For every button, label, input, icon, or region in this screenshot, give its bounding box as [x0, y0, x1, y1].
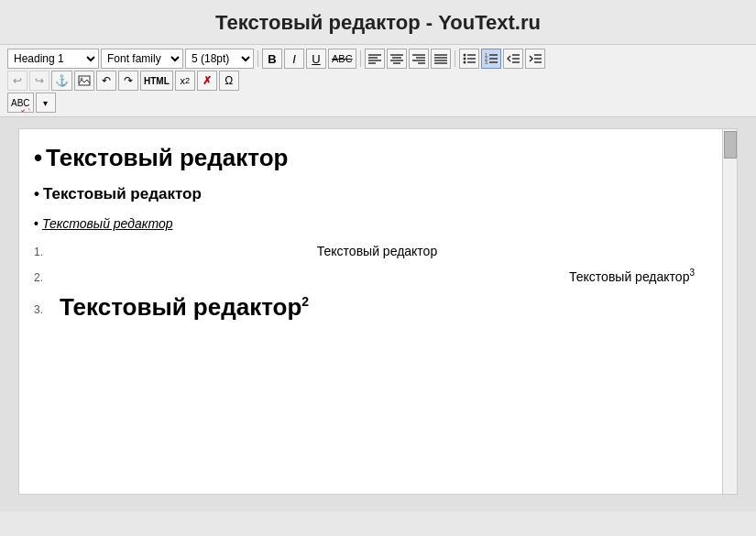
- content-line-4: 1. Текстовый редактор: [34, 244, 695, 258]
- align-center-button[interactable]: [387, 49, 407, 69]
- svg-point-18: [463, 58, 466, 60]
- undo2-button[interactable]: ↶: [96, 71, 116, 91]
- page-title: Текстовый редактор - YouText.ru: [0, 0, 756, 44]
- ordered-list-button[interactable]: 1.2.3.: [481, 49, 501, 69]
- line4-text: Текстовый редактор: [60, 244, 695, 258]
- line3-text: Текстовый редактор: [42, 216, 173, 231]
- scrollbar[interactable]: [722, 129, 737, 494]
- content-line-1: • Текстовый редактор: [34, 144, 695, 172]
- unordered-list-button[interactable]: [459, 49, 479, 69]
- content-line-2: • Текстовый редактор: [34, 185, 695, 203]
- bold-button[interactable]: B: [262, 49, 282, 69]
- separator-1: [257, 50, 258, 67]
- clear-format-button[interactable]: ✗: [197, 71, 217, 91]
- svg-point-20: [463, 61, 466, 64]
- line6-num: 3.: [34, 303, 60, 316]
- bullet-2: •: [34, 185, 39, 203]
- undo-button[interactable]: ↩: [7, 71, 27, 91]
- content-line-3: • Текстовый редактор: [34, 216, 695, 231]
- scrollbar-thumb[interactable]: [724, 131, 737, 159]
- content-line-5: 2. Текстовый редактор3: [34, 268, 695, 284]
- separator-3: [455, 50, 455, 67]
- line6-sup: 2: [301, 294, 309, 309]
- editor-frame: • Текстовый редактор • Текстовый редакто…: [18, 128, 738, 495]
- spellcheck-dropdown[interactable]: ▾: [36, 93, 56, 113]
- line5-num: 2.: [34, 271, 60, 284]
- image-button[interactable]: [74, 71, 94, 91]
- redo-button[interactable]: ↪: [29, 71, 49, 91]
- line2-text: Текстовый редактор: [43, 185, 202, 203]
- line5-text: Текстовый редактор3: [60, 268, 695, 284]
- underline-button[interactable]: U: [306, 49, 326, 69]
- spellcheck-button[interactable]: ABC: [7, 93, 34, 113]
- html-button[interactable]: HTML: [140, 71, 173, 91]
- line6-text: Текстовый редактор2: [60, 293, 309, 322]
- svg-text:3.: 3.: [485, 60, 488, 64]
- font-select[interactable]: Font family Arial Times New Roman: [101, 49, 183, 69]
- align-right-button[interactable]: [409, 49, 429, 69]
- indent-button[interactable]: [525, 49, 545, 69]
- svg-point-16: [463, 54, 466, 57]
- line4-num: 1.: [34, 246, 60, 258]
- toolbar-row-2: ↩ ↪ ⚓ ↶ ↷ HTML x2 ✗ Ω: [7, 71, 749, 91]
- toolbar-row-3: ABC ▾: [7, 93, 749, 113]
- size-select[interactable]: 5 (18pt) 1 (8pt) 2 (10pt) 3 (12pt) 4 (14…: [185, 49, 254, 69]
- line1-text: Текстовый редактор: [46, 144, 288, 172]
- redo2-button[interactable]: ↷: [118, 71, 138, 91]
- separator-2: [360, 50, 361, 67]
- align-left-button[interactable]: [365, 49, 385, 69]
- toolbar-row-1: Heading 1 Heading 2 Heading 3 Normal Fon…: [7, 49, 749, 69]
- align-justify-button[interactable]: [431, 49, 451, 69]
- editor-content[interactable]: • Текстовый редактор • Текстовый редакто…: [19, 129, 722, 345]
- bullet-1: •: [34, 144, 42, 172]
- italic-button[interactable]: I: [284, 49, 304, 69]
- toolbar: Heading 1 Heading 2 Heading 3 Normal Fon…: [0, 44, 756, 117]
- anchor-button[interactable]: ⚓: [51, 71, 72, 91]
- bullet-3: •: [34, 216, 38, 231]
- content-line-6: 3. Текстовый редактор2: [34, 293, 695, 322]
- subscript-button[interactable]: x2: [175, 71, 195, 91]
- heading-select[interactable]: Heading 1 Heading 2 Heading 3 Normal: [7, 49, 99, 69]
- outdent-button[interactable]: [503, 49, 523, 69]
- strikethrough-button[interactable]: ABC: [328, 49, 356, 69]
- line5-sup: 3: [689, 268, 695, 278]
- editor-wrapper: • Текстовый редактор • Текстовый редакто…: [0, 117, 756, 511]
- special-char-button[interactable]: Ω: [219, 71, 239, 91]
